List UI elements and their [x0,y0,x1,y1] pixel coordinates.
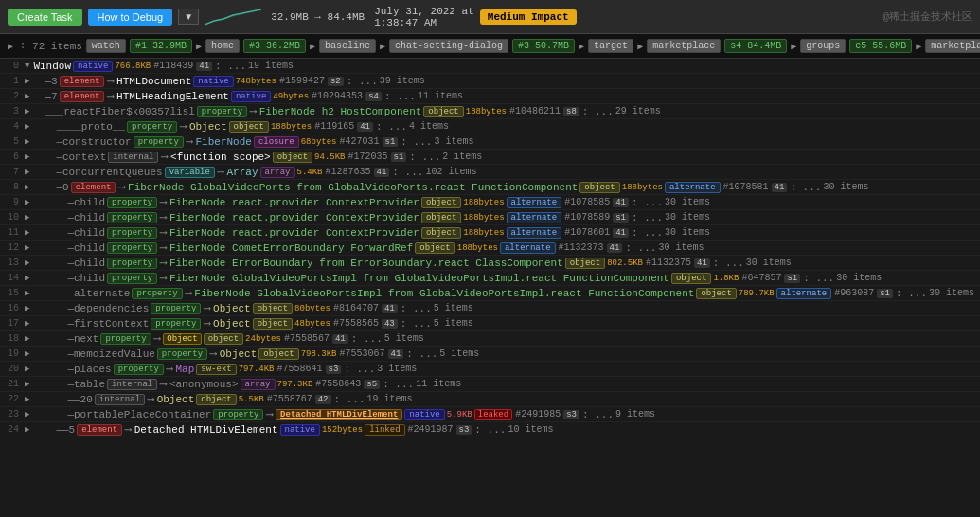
expand-icon[interactable]: ▶ [8,41,13,52]
memory-chart [205,6,261,28]
table-row: 2 ▶ —7 element ⟶ HTMLHeadingElement nati… [0,89,980,104]
main-content[interactable]: 0 ▼ Window native 766.8KB #118439 41 : .… [0,59,980,517]
filter-marketplace2[interactable]: marketplace [925,39,980,53]
table-row: 19 ▶ —memoizedValue property ⟶ Object ob… [0,347,980,362]
filter-groups1[interactable]: groups [800,39,846,53]
filter-marketplace1[interactable]: marketplace [647,39,721,53]
colon: : [20,41,26,51]
table-row: 23 ▶ —portablePlaceContainer property ⟶ … [0,407,980,422]
table-row: 6 ▶ —context internal ⟶ <function scope>… [0,150,980,165]
watermark: @稀土掘金技术社区 [882,9,972,24]
create-task-button[interactable]: Create Task [8,9,82,26]
datetime-info: July 31, 2022 at1:38:47 AM [374,6,474,28]
toolbar: Create Task How to Debug ▼ 32.9MB → 84.4… [0,0,980,34]
filter-mem1[interactable]: #1 32.9MB [130,39,192,53]
table-row: 4 ▶ ____proto__ property ⟶ Object object… [0,119,980,134]
table-row: 12 ▶ —child property ⟶ FiberNode CometEr… [0,241,980,256]
table-row: 21 ▶ —table internal ⟶ <anonymous> array… [0,377,980,392]
filter-mem3[interactable]: #3 36.2MB [243,39,306,53]
table-row: 3 ▶ ___reactFiber$k00357lisl property ⟶ … [0,104,980,119]
filter-chat[interactable]: chat-setting-dialog [389,39,508,53]
filter-target[interactable]: target [588,39,633,53]
filter-watch[interactable]: watch [86,39,126,53]
table-row: 17 ▶ —firstContext property ⟶ Object obj… [0,316,980,331]
table-row: 13 ▶ —child property ⟶ FiberNode ErrorBo… [0,256,980,271]
table-row: 24 ▶ ——5 element ⟶ Detached HTMLDivEleme… [0,422,980,437]
table-row: 16 ▶ —dependencies property ⟶ Object obj… [0,301,980,316]
filter-bar: ▶ : 72 items watch #1 32.9MB ▶ home #3 3… [0,34,980,59]
table-row: 8 ▶ —0 element ⟶ FiberNode GlobalVideoPo… [0,180,980,195]
filter-e5[interactable]: e5 55.6MB [849,39,912,53]
table-row: 15 ▶ —alternate property ⟶ FiberNode Glo… [0,286,980,301]
table-row: 14 ▶ —child property ⟶ FiberNode GlobalV… [0,271,980,286]
table-row: 1 ▶ —3 element ⟶ HTMLDocument native 748… [0,74,980,89]
table-row: 5 ▶ —constructor property ⟶ FiberNode cl… [0,134,980,150]
memory-info: 32.9MB → 84.4MB [271,11,365,23]
table-row: 10 ▶ —child property ⟶ FiberNode react.p… [0,210,980,225]
table-row: 0 ▼ Window native 766.8KB #118439 41 : .… [0,59,980,74]
total-count: 72 items [32,41,82,52]
impact-badge: Medium Impact [480,9,577,25]
dropdown-button[interactable]: ▼ [178,9,199,25]
table-row: 20 ▶ —places property ⟶ Map sw-ext 797.4… [0,362,980,377]
how-to-debug-button[interactable]: How to Debug [88,9,173,26]
table-row: 18 ▶ —next property ⟶ Object object 24by… [0,331,980,347]
table-row: 9 ▶ —child property ⟶ FiberNode react.pr… [0,195,980,210]
filter-s4[interactable]: s4 84.4MB [724,39,787,53]
table-row: 22 ▶ ——20 internal ⟶ Object object 5.5KB… [0,392,980,407]
filter-mem-chat[interactable]: #3 50.7MB [512,39,575,53]
table-row: 7 ▶ —concurrentQueues variable ⟶ Array a… [0,165,980,180]
table-row: 11 ▶ —child property ⟶ FiberNode react.p… [0,225,980,241]
filter-baseline[interactable]: baseline [319,39,376,53]
filter-home[interactable]: home [205,39,240,53]
